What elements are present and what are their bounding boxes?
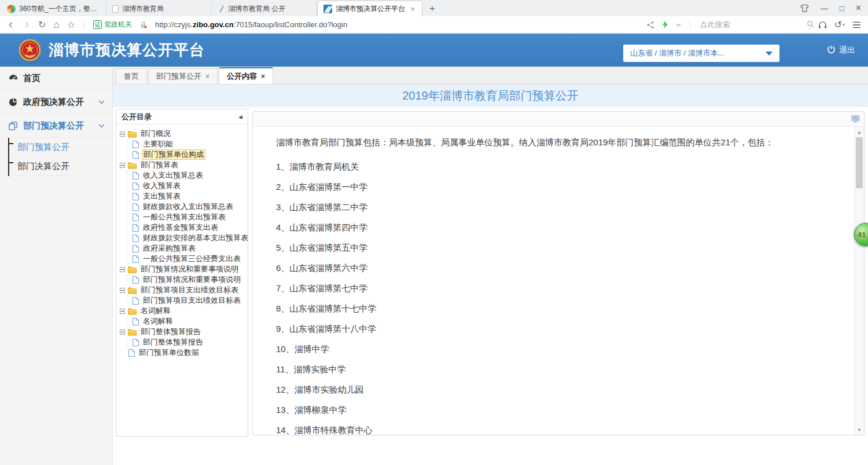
tree-doc-node[interactable]: 政府采购预算表 [129,243,245,254]
tab-close-icon[interactable]: × [261,72,265,80]
tree-node-label: 部门整体预算报告 [142,338,204,347]
panel-collapse-icon[interactable]: ◀ [238,109,242,125]
collapse-box-icon[interactable] [120,309,125,314]
sidebar-item-label: 政府预决算公开 [23,97,84,108]
content-toolbar [253,112,864,127]
tree-doc-node[interactable]: 收入支出预算总表 [129,170,245,181]
browser-tab-title: 360导航_一个主页，整个世界 [19,4,100,14]
insecure-lock-icon[interactable] [139,21,148,29]
tree-doc-node[interactable]: 财政拨款收入支出预算总表 [129,202,245,212]
browser-tabs: 360导航_一个主页，整个世界淄博市教育局淄博市教育局 公开淄博市预决算公开平台… [1,0,422,16]
sidebar-item-gov-budget[interactable]: 政府预决算公开 [0,90,112,114]
tree-doc-node[interactable]: 主要职能 [129,139,245,149]
tree-folder-node[interactable]: 部门预算情况和重要事项说明 [120,264,245,274]
browser-tab[interactable]: 淄博市教育局 [106,1,212,16]
browser-tab[interactable]: 360导航_一个主页，整个世界 [1,1,106,16]
tree-doc-node[interactable]: 部门预算单位数据 [128,347,245,358]
back-icon[interactable] [7,21,15,29]
tree-doc-node[interactable]: 政府性基金预算支出表 [129,222,245,233]
sidebar-subitem-label: 部门预算公开 [17,142,69,153]
scroll-down-icon[interactable]: ▼ [855,425,864,434]
favorite-star-icon[interactable]: ☆ [67,20,75,30]
chevron-down-icon[interactable] [676,23,681,27]
tree-doc-node[interactable]: 一般公共预算支出预算表 [129,212,245,222]
document-icon [133,182,139,190]
workspace: 公开目录 ◀ 部门概况主要职能部门预算单位构成部门预算表收入支出预算总表收入预算… [113,107,868,465]
maximize-button[interactable]: □ [840,5,844,12]
workspace-tab[interactable]: 首页 [116,68,147,84]
minimize-button[interactable]: — [821,5,828,12]
tree-doc-node[interactable]: 名词解释 [129,316,245,327]
tree-doc-node[interactable]: 部门预算情况和重要事项说明 [129,274,245,285]
collapse-box-icon[interactable] [120,288,125,293]
tree-doc-node[interactable]: 支出预算表 [129,191,245,202]
share-icon[interactable] [646,21,654,29]
tree-folder-node[interactable]: 部门整体预算报告 [120,327,245,337]
headphones-icon[interactable] [818,21,827,29]
browser-tab[interactable]: 淄博市教育局 公开 [212,1,317,16]
slash-icon [218,5,225,13]
url-display[interactable]: http://czyjs.zibo.gov.cn:7015/faoup/list… [155,20,347,29]
scroll-up-icon[interactable]: ▲ [855,127,864,137]
content-intro: 淄博市教育局部门预算包括：局本级预算、局属事业单位预算。纳入淄博市教育局2019… [276,136,843,149]
sidebar-item-dept-budget[interactable]: 部门预决算公开 [0,114,112,138]
theme-shirt-icon[interactable] [800,4,809,12]
chevron-down-icon [98,122,105,129]
tree-node-label: 收入支出预算总表 [142,171,204,180]
content-body: 淄博市教育局部门预算包括：局本级预算、局属事业单位预算。纳入淄博市教育局2019… [253,127,864,435]
fullscreen-monitor-icon[interactable] [851,115,860,123]
content-list-item: 12、淄博市实验幼儿园 [276,383,843,396]
tree-doc-node[interactable]: 部门预算项目支出绩效目标表 [129,295,245,306]
divider [809,20,810,30]
app-header: 淄博市预决算公开平台 山东省 / 淄博市 / 淄博市本... 退出 [0,34,868,67]
tree-folder-node[interactable]: 部门概况 [120,129,245,139]
region-selector[interactable]: 山东省 / 淄博市 / 淄博市本... [623,45,779,62]
tree-folder-node[interactable]: 部门预算项目支出绩效目标表 [120,285,245,295]
restore-tab-icon[interactable]: ↺▾ [834,19,845,30]
sidebar-item-home[interactable]: 首页 [0,67,112,90]
collapse-box-icon[interactable] [120,163,125,168]
site-cert-badge[interactable]: 证 党政机关 [93,20,132,30]
window-controls: — □ × [800,0,865,16]
new-tab-button[interactable]: + [422,1,442,16]
sidebar-subitem-dept-budget-open[interactable]: 部门预算公开 [9,138,112,157]
tree-doc-node[interactable]: 收入预算表 [129,181,245,191]
close-button[interactable]: × [856,3,861,13]
tree-doc-node[interactable]: 部门预算单位构成 [129,149,245,160]
collapse-box-icon[interactable] [120,131,125,137]
forward-icon[interactable] [23,21,31,29]
page-icon [112,5,119,13]
tree-doc-node[interactable]: 部门整体预算报告 [129,337,245,347]
content-list-item: 11、淄博实验中学 [276,363,843,375]
main-area: 首页部门预算公开×公开内容× 2019年淄博市教育局部门预算公开 公开目录 ◀ … [113,67,868,465]
sidebar-submenu: 部门预算公开部门决算公开 [8,138,112,176]
tab-close-icon[interactable]: × [409,5,416,13]
refresh-icon[interactable]: ↻ [38,20,46,30]
tree-doc-node[interactable]: 财政拨款安排的基本支出预算表 [129,233,245,243]
browser-tab-bar: 360导航_一个主页，整个世界淄博市教育局淄博市教育局 公开淄博市预决算公开平台… [0,0,868,16]
document-icon [133,276,139,284]
collapse-box-icon[interactable] [120,267,125,272]
document-icon [133,151,139,159]
speedup-bolt-icon[interactable] [662,20,668,29]
pie-icon [8,98,18,107]
tree-folder-node[interactable]: 名词解释 [120,306,245,316]
collapse-box-icon[interactable] [120,329,125,335]
browser-tab[interactable]: 淄博市预决算公开平台× [317,1,422,16]
browser-window: 360导航_一个主页，整个世界淄博市教育局淄博市教育局 公开淄博市预决算公开平台… [0,0,868,465]
tree-folder-node[interactable]: 部门预算表 [120,160,245,170]
search-input[interactable] [699,20,803,30]
workspace-tab[interactable]: 部门预算公开× [148,68,218,84]
logout-button[interactable]: 退出 [827,34,855,67]
tree-doc-node[interactable]: 一般公共预算三公经费支出表 [129,254,245,264]
content-list-item: 2、山东省淄博第一中学 [276,181,843,193]
search-icon[interactable] [807,20,814,30]
scrollbar-thumb[interactable] [856,137,863,188]
tab-close-icon[interactable]: × [205,72,209,80]
content-text: 淄博市教育局部门预算包括：局本级预算、局属事业单位预算。纳入淄博市教育局2019… [253,127,854,435]
content-list: 1、淄博市教育局机关2、山东省淄博第一中学3、山东省淄博第二中学4、山东省淄博第… [276,160,843,435]
workspace-tab[interactable]: 公开内容× [219,67,273,84]
home-icon[interactable]: ⌂ [53,20,59,30]
sidebar-subitem-dept-final-open[interactable]: 部门决算公开 [9,157,112,176]
menu-icon[interactable] [852,21,861,28]
